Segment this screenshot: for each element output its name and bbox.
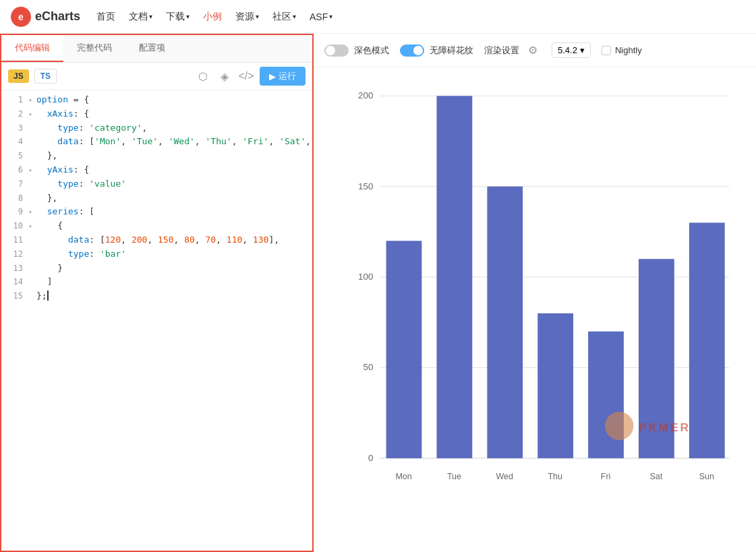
main-content: 代码编辑 完整代码 配置项 JS TS ⬡ ◈ </> ▶ 运行 1 ▾ opt… — [0, 34, 756, 552]
chevron-down-icon: ▾ — [186, 13, 190, 20]
svg-point-17 — [605, 412, 633, 440]
chevron-down-icon: ▾ — [580, 45, 585, 55]
right-panel: 深色模式 无障碍花纹 渲染设置 ⚙ 5.4.2 ▾ Nightly — [314, 34, 756, 552]
bar-thu — [537, 313, 573, 458]
fold-arrow[interactable]: ▾ — [28, 221, 36, 232]
code-line-9: 9 ▾ series: [ — [1, 205, 312, 219]
js-button[interactable]: JS — [8, 69, 29, 83]
nightly-label: Nightly — [615, 45, 642, 55]
bar-wed — [487, 187, 523, 458]
barrier-toggle-group: 无障碍花纹 — [400, 44, 473, 57]
top-nav: e eCharts 首页 文档 ▾ 下载 ▾ 小例 资源 ▾ 社区 ▾ ASF … — [0, 0, 756, 34]
gear-icon[interactable]: ⚙ — [525, 42, 541, 59]
version-text: 5.4.2 — [558, 45, 577, 55]
code-line-2: 2 ▾ xAxis: { — [1, 107, 312, 121]
code-line-3: 3 type: 'category', — [1, 121, 312, 135]
logo-text: eCharts — [35, 9, 80, 24]
right-toolbar: 深色模式 无障碍花纹 渲染设置 ⚙ 5.4.2 ▾ Nightly — [314, 34, 756, 67]
run-button[interactable]: ▶ 运行 — [260, 67, 306, 86]
bar-chart: 200 150 100 50 0 Mon — [347, 81, 736, 525]
svg-text:Thu: Thu — [548, 472, 562, 481]
fold-arrow[interactable]: ▾ — [28, 109, 36, 120]
nightly-checkbox-group: Nightly — [602, 45, 642, 55]
render-label: 渲染设置 — [484, 44, 519, 57]
code-line-8: 8 }, — [1, 191, 312, 206]
3d-icon[interactable]: ⬡ — [195, 68, 211, 84]
version-selector[interactable]: 5.4.2 ▾ — [552, 42, 591, 58]
code-line-12: 12 type: 'bar' — [1, 247, 312, 262]
nav-items: 首页 文档 ▾ 下载 ▾ 小例 资源 ▾ 社区 ▾ ASF ▾ — [96, 8, 332, 26]
svg-text:PKMER: PKMER — [639, 421, 691, 434]
editor-tabs: 代码编辑 完整代码 配置项 — [1, 35, 312, 63]
code-line-11: 11 data: [120, 200, 150, 80, 70, 110, 13… — [1, 233, 312, 247]
dark-mode-toggle-group: 深色模式 — [324, 44, 389, 57]
svg-text:Wed: Wed — [496, 472, 513, 481]
nav-home[interactable]: 首页 — [96, 8, 115, 26]
code-area[interactable]: 1 ▾ option = { 2 ▾ xAxis: { 3 type: 'cat… — [1, 90, 312, 551]
code-line-6: 6 ▾ yAxis: { — [1, 163, 312, 177]
svg-text:Tue: Tue — [447, 472, 461, 481]
code-line-7: 7 type: 'value' — [1, 177, 312, 191]
logo-icon: e — [11, 7, 31, 27]
nav-examples[interactable]: 小例 — [203, 8, 222, 26]
svg-text:100: 100 — [358, 272, 373, 282]
ts-button[interactable]: TS — [34, 69, 57, 84]
code-line-15: 15 }; — [1, 289, 312, 303]
code-line-5: 5 }, — [1, 149, 312, 163]
cube-icon[interactable]: ◈ — [216, 68, 233, 84]
code-line-10: 10 ▾ { — [1, 219, 312, 233]
nightly-checkbox[interactable] — [602, 46, 611, 55]
chevron-down-icon: ▾ — [149, 13, 152, 20]
code-line-1: 1 ▾ option = { — [1, 93, 312, 107]
svg-text:Fri: Fri — [601, 472, 611, 481]
tab-config[interactable]: 配置项 — [125, 35, 179, 62]
nav-community[interactable]: 社区 ▾ — [272, 8, 296, 26]
nav-asf[interactable]: ASF ▾ — [310, 9, 332, 25]
run-label: 运行 — [279, 70, 296, 82]
nav-download[interactable]: 下载 ▾ — [166, 8, 190, 26]
fold-arrow[interactable]: ▾ — [28, 207, 36, 218]
chevron-down-icon: ▾ — [293, 13, 296, 20]
editor-toolbar: JS TS ⬡ ◈ </> ▶ 运行 — [1, 63, 312, 90]
svg-text:Mon: Mon — [395, 472, 411, 481]
render-group: 渲染设置 ⚙ — [484, 42, 541, 59]
barrier-label: 无障碍花纹 — [430, 44, 473, 57]
nav-docs[interactable]: 文档 ▾ — [129, 8, 152, 26]
barrier-toggle[interactable] — [400, 44, 424, 57]
code-line-14: 14 ] — [1, 275, 312, 289]
bar-tue — [436, 96, 472, 458]
chevron-down-icon: ▾ — [256, 13, 259, 20]
svg-text:50: 50 — [363, 362, 373, 372]
bar-mon — [386, 241, 422, 458]
chart-area: 200 150 100 50 0 Mon — [314, 67, 756, 552]
svg-text:Sat: Sat — [650, 472, 663, 481]
svg-text:150: 150 — [358, 181, 373, 191]
code-line-4: 4 data: ['Mon', 'Tue', 'Wed', 'Thu', 'Fr… — [1, 135, 312, 149]
run-icon: ▶ — [269, 71, 276, 82]
dark-mode-toggle[interactable] — [324, 44, 349, 57]
left-panel: 代码编辑 完整代码 配置项 JS TS ⬡ ◈ </> ▶ 运行 1 ▾ opt… — [0, 34, 314, 552]
svg-text:200: 200 — [358, 90, 373, 100]
fold-arrow[interactable]: ▾ — [28, 95, 36, 106]
fold-arrow[interactable]: ▾ — [28, 165, 36, 176]
dark-mode-label: 深色模式 — [354, 44, 389, 57]
code-icon[interactable]: </> — [238, 68, 254, 84]
chevron-down-icon: ▾ — [329, 13, 332, 20]
svg-text:Sun: Sun — [699, 472, 714, 481]
logo[interactable]: e eCharts — [11, 7, 80, 27]
tab-full-code[interactable]: 完整代码 — [63, 35, 125, 62]
bar-sun — [689, 222, 725, 458]
svg-text:0: 0 — [368, 453, 373, 463]
tab-code-edit[interactable]: 代码编辑 — [1, 35, 63, 62]
nav-resources[interactable]: 资源 ▾ — [235, 8, 259, 26]
code-line-13: 13 } — [1, 262, 312, 276]
